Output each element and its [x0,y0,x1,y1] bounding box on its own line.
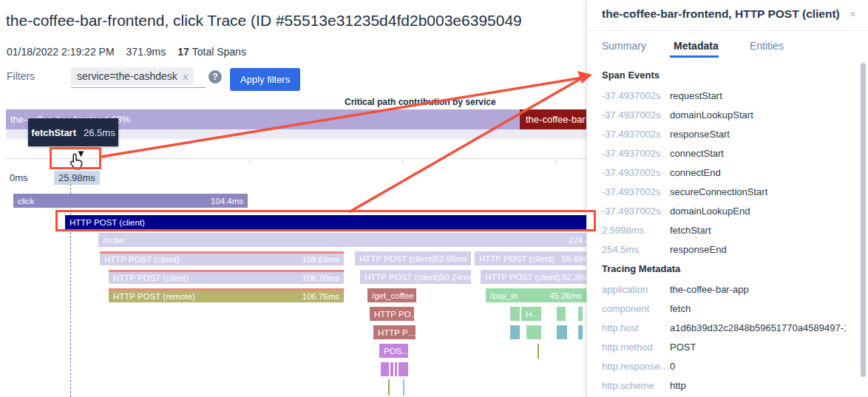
span-pay-in[interactable]: /pay_in45.26ms [486,288,586,302]
apply-filters-button[interactable]: Apply filters [230,68,300,91]
tooltip-event-value: 26.5ms [84,127,115,138]
span-http-post-client[interactable]: HTTP POST (client)52.95ms [355,251,471,265]
span-tiny[interactable] [403,379,404,396]
span-event-row: -37.4937002sconnectEnd [602,163,846,182]
trace-timestamp: 01/18/2022 2:19:22 PM [7,46,115,58]
active-tab-underline [670,55,719,58]
span-event-row: -37.4937002sdomainLookupEnd [602,201,846,220]
span-event-row-key: -37.4937002s [602,186,670,197]
trace-duration: 371.9ms [126,46,166,58]
tracing-metadata-row-key: http.response… [602,361,670,372]
span-small[interactable] [578,325,583,339]
filter-chip-remove-icon[interactable]: x [183,71,189,82]
span-event-row-key: -37.4937002s [602,90,670,101]
span-http-post[interactable]: HTTP P… [373,325,416,339]
span-post[interactable]: POS… [379,344,408,358]
tracing-metadata-row: http.methodPOST [602,337,846,356]
close-icon[interactable]: × [850,7,856,20]
span-http-post-client[interactable]: HTTP POST (client)50.24ms [360,270,471,284]
tracing-metadata-heading: Tracing Metadata [602,263,680,274]
span-details-panel: the-coffee-bar-frontend, HTTP POST (clie… [586,0,868,397]
span-event-row-key: 254.5ms [602,244,670,255]
span-small[interactable] [557,325,567,339]
span-http-post-remote[interactable]: HTTP POST (remote)106.76ms [109,288,344,302]
tracing-metadata-row: componentfetch [602,299,846,318]
tracing-metadata-row-key: http.host [602,322,670,333]
span-event-row: -37.4937002ssecureConnectionStart [602,182,846,201]
tab-metadata[interactable]: Metadata [674,40,719,52]
span-event-row-value: requestStart [670,90,722,101]
span-http-post-client[interactable]: HTTP POST (client)55.69ms [475,251,586,265]
span-tiny[interactable] [388,379,390,396]
span-http-post[interactable]: HTTP PO… [370,307,414,321]
span-event-row-key: 2.5998ms [602,225,670,236]
tab-summary[interactable]: Summary [602,40,646,52]
span-event-row-key: -37.4937002s [602,109,670,121]
tab-entities[interactable]: Entities [750,40,784,52]
span-event-row: -37.4937002sresponseStart [602,124,846,143]
span-order[interactable]: /order224.45 [98,233,586,247]
tracing-metadata-row: http.schemehttp [602,376,846,395]
span-event-row-key: -37.4937002s [602,129,670,140]
span-small[interactable] [395,362,397,376]
span-event-row: 254.5msresponseEnd [602,240,846,259]
span-small[interactable] [510,325,520,339]
filter-input[interactable]: service=the-cashdesk x [71,65,206,88]
trace-span-count: 17 Total Spans [177,46,246,58]
span-event-row-value: connectStart [670,148,724,159]
span-small[interactable] [557,307,566,321]
span-event-row-value: connectEnd [670,167,721,178]
trace-main-area: the-coffee-bar-frontend, click Trace (ID… [0,0,586,397]
tracing-metadata-row-key: component [602,303,670,314]
tracing-metadata-row-value: POST [670,342,696,353]
timeline-tick [402,159,403,165]
span-event-row-value: secureConnectionStart [670,186,767,197]
span-get-coffee[interactable]: /get_coffee [367,288,416,302]
span-http-post-client[interactable]: HTTP POST (client)106.76ms [109,270,344,284]
span-event-row-value: responseEnd [670,244,727,255]
span-small[interactable] [399,362,408,376]
trace-view: the-coffee-bar-frontend, click Trace (ID… [0,0,868,397]
span-event-row-key: -37.4937002s [602,167,670,178]
tracing-metadata-row: applicationthe-coffee-bar-app [602,279,846,299]
span-event-row-key: -37.4937002s [602,206,670,217]
span-event-row-value: responseStart [670,129,730,140]
span-small[interactable] [390,362,393,376]
span-event-row: 2.5998msfetchStart [602,220,846,240]
critical-path-bar-secondary[interactable]: the-coffee-bar-f [520,109,586,129]
tracing-metadata-row-value: http [670,380,686,391]
timeline-tick [555,159,556,165]
span-small[interactable]: H… [521,307,541,321]
span-click[interactable]: click104.4ms [13,194,248,208]
help-icon[interactable]: ? [208,70,222,84]
critical-path-title: Critical path contribution by service [345,97,496,107]
span-event-row: -37.4937002sconnectStart [602,143,846,163]
span-event-row-value: fetchStart [670,225,711,236]
span-event-row-value: domainLookupEnd [670,206,750,217]
span-http-post-client-selected[interactable]: HTTP POST (client) [65,215,586,229]
tracing-metadata-row-key: application [602,284,670,295]
span-small[interactable] [381,362,389,376]
tooltip: fetchStart 26.5ms [28,118,118,146]
span-small[interactable] [526,325,541,339]
panel-divider [587,30,868,31]
span-http-post-client[interactable]: HTTP POST (client)52.39ms [481,270,586,284]
panel-scrollbar[interactable] [861,63,866,377]
cursor-hand-icon [69,153,84,173]
timeline-origin-label: 0ms [10,172,28,183]
filter-chip-label: service=the-cashdesk [77,70,177,82]
tracing-metadata-row-value: fetch [670,303,691,314]
span-http-post-client[interactable]: HTTP POST (client)109.69ms [100,251,344,265]
tracing-metadata-row-key: http.scheme [602,380,670,391]
span-tiny[interactable] [538,344,539,359]
span-events-heading: Span Events [602,69,660,81]
filter-chip[interactable]: service=the-cashdesk x [71,67,194,85]
span-small[interactable] [578,307,583,321]
span-event-row: -37.4937002sdomainLookupStart [602,105,846,124]
span-small[interactable] [510,307,520,321]
timeline-tick [96,159,97,165]
tracing-metadata-row-value: 0 [670,361,675,372]
span-event-row-value: domainLookupStart [670,109,753,121]
span-event-row-key: -37.4937002s [602,148,670,159]
tracing-metadata-row-key: http.method [602,342,670,353]
